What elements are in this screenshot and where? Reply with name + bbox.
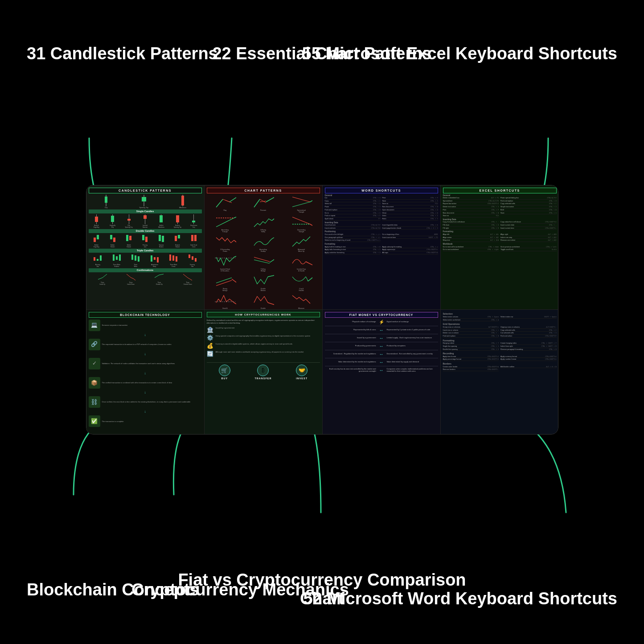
- svg-line-97: [234, 240, 236, 244]
- svg-rect-66: [195, 258, 197, 262]
- svg-line-105: [216, 280, 232, 286]
- svg-line-101: [254, 260, 270, 263]
- svg-line-110: [234, 303, 236, 305]
- svg-rect-61: [169, 254, 171, 261]
- candlestick-panel: CANDLESTICK PATTERNS Doji Spinning Top M…: [86, 185, 205, 310]
- svg-rect-47: [191, 235, 193, 241]
- svg-line-70: [105, 274, 107, 276]
- svg-line-108: [308, 276, 312, 281]
- svg-line-90: [216, 218, 234, 227]
- blockchain-panel: BLOCKCHAIN TECHNOLOGY 💻 Someone requests…: [86, 310, 205, 434]
- svg-rect-54: [119, 254, 121, 261]
- svg-line-104: [216, 278, 232, 283]
- fiat-crypto-title: FIAT MONEY vs CRYPTOCURRENCY: [325, 312, 438, 318]
- svg-rect-56: [135, 255, 136, 261]
- svg-line-103: [306, 262, 312, 266]
- excel-shortcuts-title: EXCEL SHORTCUTS: [443, 188, 557, 193]
- svg-rect-60: [157, 257, 159, 263]
- svg-rect-42: [145, 237, 148, 242]
- chart-patterns-title: CHART PATTERNS: [207, 188, 320, 193]
- svg-rect-33: [192, 221, 195, 222]
- svg-line-72: [129, 276, 131, 278]
- label-top-right: 55 Microsoft Excel Keyboard Shortcuts: [302, 45, 617, 63]
- candlestick-title: CANDLESTICK PATTERNS: [89, 188, 202, 193]
- svg-line-77: [183, 274, 188, 278]
- svg-line-69: [103, 276, 105, 278]
- svg-line-106: [232, 279, 236, 284]
- svg-rect-35: [94, 238, 96, 242]
- svg-rect-49: [94, 257, 95, 261]
- crypto-panel: HOW CRYPTOCURRENCIES WORK Defined by cen…: [205, 310, 323, 434]
- svg-rect-8: [105, 197, 107, 203]
- svg-rect-41: [142, 235, 144, 240]
- svg-rect-23: [127, 219, 131, 221]
- crypto-title: HOW CRYPTOCURRENCIES WORK: [207, 312, 320, 317]
- svg-line-107: [268, 275, 274, 277]
- svg-rect-55: [131, 254, 133, 260]
- svg-rect-14: [181, 196, 184, 205]
- label-bottom-right: 52 Microsoft Word Keyboard Shortcuts: [303, 590, 617, 608]
- svg-line-99: [234, 255, 236, 257]
- svg-line-86: [266, 197, 274, 202]
- svg-line-100: [254, 257, 270, 262]
- svg-rect-40: [129, 236, 131, 240]
- svg-line-111: [268, 303, 274, 305]
- svg-line-67: [98, 279, 100, 279]
- svg-rect-59: [154, 257, 156, 260]
- svg-rect-46: [178, 235, 180, 238]
- svg-line-73: [131, 278, 133, 279]
- svg-rect-43: [159, 235, 161, 241]
- svg-rect-11: [142, 197, 146, 201]
- svg-rect-52: [113, 254, 115, 261]
- svg-line-75: [155, 275, 159, 278]
- svg-line-88: [292, 202, 310, 207]
- svg-line-82: [230, 197, 236, 202]
- svg-line-93: [272, 217, 274, 221]
- svg-rect-58: [151, 255, 152, 262]
- svg-rect-48: [194, 235, 197, 241]
- svg-rect-36: [97, 235, 99, 239]
- word-shortcuts-title: WORD SHORTCUTS: [325, 188, 438, 193]
- svg-rect-17: [95, 217, 98, 222]
- chart-patterns-panel: CHART PATTERNS Flag: [205, 185, 323, 310]
- svg-rect-45: [175, 236, 177, 241]
- excel-shortcuts-panel: EXCEL SHORTCUTS General Delete embedded …: [441, 185, 558, 310]
- svg-line-68: [100, 278, 103, 279]
- svg-rect-50: [97, 259, 98, 261]
- svg-line-92: [234, 216, 236, 218]
- svg-line-79: [216, 199, 223, 207]
- svg-rect-39: [126, 235, 128, 241]
- svg-rect-64: [189, 254, 190, 258]
- poster: CANDLESTICK PATTERNS Doji Spinning Top M…: [86, 185, 558, 435]
- svg-line-94: [292, 217, 310, 224]
- svg-line-102: [270, 258, 274, 263]
- svg-rect-57: [138, 256, 139, 262]
- svg-rect-26: [144, 215, 147, 219]
- svg-rect-29: [160, 215, 163, 222]
- svg-rect-65: [192, 256, 193, 260]
- svg-line-74: [133, 279, 135, 280]
- svg-rect-53: [116, 256, 118, 260]
- svg-rect-37: [110, 235, 112, 239]
- svg-line-71: [127, 274, 129, 276]
- svg-rect-20: [111, 216, 114, 222]
- svg-rect-63: [176, 256, 177, 262]
- svg-rect-38: [113, 238, 115, 242]
- svg-line-83: [254, 199, 260, 207]
- fiat-crypto-panel: FIAT MONEY vs CRYPTOCURRENCY Physical me…: [323, 310, 441, 434]
- label-top-left: 31 Candlestick Patterns: [27, 45, 218, 63]
- svg-line-78: [188, 278, 192, 280]
- svg-rect-44: [162, 236, 164, 242]
- svg-line-89: [310, 199, 312, 202]
- word-shortcuts-panel: WORD SHORTCUTS General CutCTRL + X Print…: [323, 185, 441, 310]
- svg-rect-51: [100, 255, 102, 261]
- svg-line-87: [292, 197, 310, 202]
- svg-rect-62: [172, 255, 174, 261]
- svg-line-96: [310, 224, 312, 227]
- blockchain-title: BLOCKCHAIN TECHNOLOGY: [89, 312, 202, 318]
- svg-line-76: [159, 274, 164, 275]
- svg-rect-30: [176, 215, 179, 222]
- word-shortcuts-bottom-panel: Selection Select entire columnCTRL + Spa…: [441, 310, 558, 434]
